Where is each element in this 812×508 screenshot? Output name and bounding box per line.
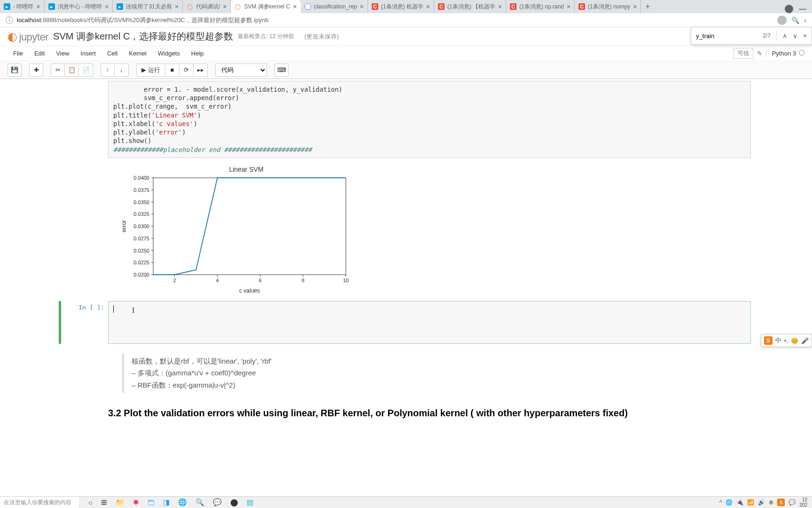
menu-widgets[interactable]: Widgets xyxy=(152,48,186,59)
new-tab-button[interactable]: + xyxy=(641,0,654,13)
find-next-button[interactable]: ∨ xyxy=(793,32,797,40)
ime-lang[interactable]: 中 xyxy=(775,336,781,345)
close-icon[interactable]: × xyxy=(567,3,570,10)
menu-view[interactable]: View xyxy=(50,48,75,59)
command-palette-button[interactable]: ⌨ xyxy=(274,64,289,77)
trusted-indicator[interactable]: 可信 xyxy=(734,48,753,59)
notebook-name[interactable]: SVM 调参kernel C，选择最好的模型超参数 xyxy=(53,30,233,43)
browser-tab[interactable]: C(1条消息) np.rand× xyxy=(506,0,575,13)
copy-button[interactable]: 📋 xyxy=(65,64,79,77)
restart-button[interactable]: ⟳ xyxy=(180,64,194,77)
app-icon[interactable]: 🗔 xyxy=(148,499,155,507)
jupyter-logo[interactable]: ◐jupyter xyxy=(8,30,48,43)
tray-battery-icon[interactable]: 🔌 xyxy=(736,499,743,506)
input-prompt xyxy=(61,81,108,299)
save-button[interactable]: 💾 xyxy=(8,64,22,77)
browser-tab[interactable]: classification_rep× xyxy=(301,0,368,13)
chrome-icon[interactable]: 🌐 xyxy=(178,498,187,507)
notebook-container[interactable]: error = 1. - model.score(x_validation, y… xyxy=(0,79,812,496)
code-cell-selected[interactable]: In [ ]: I xyxy=(61,301,751,344)
ime-emoji-icon[interactable]: 😊 xyxy=(791,337,798,344)
app-icon[interactable]: 🔍 xyxy=(195,498,204,507)
close-icon[interactable]: × xyxy=(633,3,637,10)
close-icon[interactable]: × xyxy=(105,3,109,10)
kernel-name[interactable]: Python 3 xyxy=(766,50,804,57)
chart-output: Linear SVM 0.02000.02250.02500.02750.030… xyxy=(108,162,751,295)
close-icon[interactable]: × xyxy=(360,3,364,10)
menu-kernel[interactable]: Kernel xyxy=(123,48,152,59)
code-input-area[interactable]: I xyxy=(108,301,751,344)
find-count: 2/7 xyxy=(763,32,771,39)
browser-tab[interactable]: C(1条消息) numpy× xyxy=(575,0,641,13)
browser-tab[interactable]: ◯代码调试/× xyxy=(183,0,231,13)
restart-run-all-button[interactable]: ▸▸ xyxy=(194,64,208,77)
edit-icon[interactable]: ✎ xyxy=(757,50,762,57)
zoom-icon[interactable]: 🔍 xyxy=(791,16,799,24)
browser-tab-active[interactable]: ◯SVM 调参kernel C× xyxy=(231,0,300,13)
task-view-icon[interactable]: ⊞ xyxy=(101,498,107,507)
code-cell[interactable]: error = 1. - model.score(x_validation, y… xyxy=(61,81,751,299)
ime-punct-icon[interactable]: •, xyxy=(784,337,788,344)
close-icon[interactable]: × xyxy=(293,3,297,10)
csdn-icon: C xyxy=(510,3,516,10)
sogou-tray-icon[interactable]: S xyxy=(777,499,785,506)
interrupt-button[interactable]: ■ xyxy=(165,64,180,77)
close-icon[interactable]: × xyxy=(426,3,430,10)
app-icon[interactable]: ▤ xyxy=(247,498,253,507)
checkpoint-status: 最新检查点: 12 分钟前 xyxy=(238,32,294,40)
cortana-icon[interactable]: ○ xyxy=(88,499,93,507)
ime-toolbar[interactable]: S 中 •, 😊 🎤 xyxy=(761,334,812,347)
tray-app-icon[interactable]: ⊗ xyxy=(769,499,773,506)
close-icon[interactable]: × xyxy=(223,3,226,10)
tray-globe-icon[interactable]: 🌐 xyxy=(726,499,733,506)
find-close-button[interactable]: × xyxy=(803,32,807,40)
find-prev-button[interactable]: ∧ xyxy=(782,32,787,40)
browser-tab[interactable]: ▸- 哔哩哔× xyxy=(0,0,45,13)
window-minimize-button[interactable]: — xyxy=(799,5,806,13)
menu-insert[interactable]: Insert xyxy=(75,48,102,59)
tray-action-center-icon[interactable]: 💬 xyxy=(789,499,796,506)
obs-icon[interactable]: ⬤ xyxy=(230,498,238,507)
svg-text:0.0275: 0.0275 xyxy=(133,236,149,241)
tray-network-icon[interactable]: 📶 xyxy=(747,499,754,506)
browser-tab[interactable]: ▸消息中心 - 哔哩哔× xyxy=(45,0,113,13)
cut-button[interactable]: ✂ xyxy=(51,64,65,77)
file-explorer-icon[interactable]: 📁 xyxy=(116,498,125,507)
markdown-cell[interactable]: 核函数，默认是rbf，可以是'linear', 'poly', 'rbf' – … xyxy=(61,353,751,393)
menu-cell[interactable]: Cell xyxy=(102,48,123,59)
close-icon[interactable]: × xyxy=(498,3,502,10)
menu-file[interactable]: File xyxy=(8,48,29,59)
code-input-area[interactable]: error = 1. - model.score(x_validation, y… xyxy=(108,81,751,158)
paste-button[interactable]: 📄 xyxy=(79,64,93,77)
site-info-icon[interactable]: i xyxy=(6,16,13,24)
run-button[interactable]: ▶ 运行 xyxy=(136,64,165,77)
browser-tab[interactable]: ▸连续用了31天必剪× xyxy=(113,0,183,13)
svg-text:0.0250: 0.0250 xyxy=(133,247,149,253)
menu-edit[interactable]: Edit xyxy=(29,48,50,59)
close-icon[interactable]: × xyxy=(36,3,40,10)
taskbar-search-input[interactable]: 在这里输入你要搜索的内容 xyxy=(0,497,80,508)
add-cell-button[interactable]: ✚ xyxy=(29,64,43,77)
close-icon[interactable]: × xyxy=(175,3,179,10)
profile-icon[interactable] xyxy=(777,16,787,25)
tray-volume-icon[interactable]: 🔊 xyxy=(758,499,765,506)
clock[interactable]: 12202 xyxy=(799,497,807,508)
markdown-cell[interactable]: 3.2 Plot the validation errors while usi… xyxy=(61,407,751,419)
cell-type-select[interactable]: 代码 xyxy=(215,64,267,77)
ime-mic-icon[interactable]: 🎤 xyxy=(801,337,809,344)
move-down-button[interactable]: ↓ xyxy=(115,64,129,77)
url-display[interactable]: localhost:8888/notebooks/代码调试/SVM%20调参ke… xyxy=(17,16,268,24)
system-tray[interactable]: ^ 🌐 🔌 📶 🔊 ⊗ S 💬 12202 xyxy=(715,497,812,508)
menu-help[interactable]: Help xyxy=(186,48,210,59)
address-bar: i localhost:8888/notebooks/代码调试/SVM%20调参… xyxy=(0,13,812,27)
wechat-icon[interactable]: 💬 xyxy=(213,498,222,507)
app-icon[interactable]: ✱ xyxy=(133,498,139,507)
more-icon[interactable]: › xyxy=(804,16,806,24)
browser-tab[interactable]: C(1条消息) 机器学× xyxy=(368,0,434,13)
move-up-button[interactable]: ↑ xyxy=(101,64,115,77)
find-input[interactable] xyxy=(696,32,757,40)
tray-chevron-icon[interactable]: ^ xyxy=(719,499,722,506)
incognito-icon[interactable] xyxy=(785,5,793,13)
app-icon[interactable]: ◨ xyxy=(163,498,170,507)
browser-tab[interactable]: C(1条消息) 【机器学× xyxy=(434,0,506,13)
